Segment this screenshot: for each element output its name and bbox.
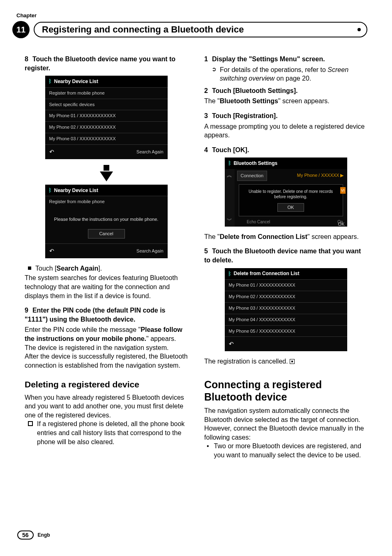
reference-arrow-icon: ➲ xyxy=(212,65,217,73)
paragraph: When you have already registered 5 Bluet… xyxy=(25,393,188,420)
step-text: Touch [OK]. xyxy=(212,146,249,153)
cancel-button[interactable]: Cancel xyxy=(88,229,125,239)
list-item[interactable]: My Phone 02 / XXXXXXXXXXXX xyxy=(225,291,347,302)
bluetooth-icon: ᛒ xyxy=(228,160,231,167)
step-text: Touch the Bluetooth device name you want… xyxy=(25,56,175,72)
connection-button[interactable]: Connection xyxy=(237,171,267,181)
bluetooth-icon: ᛒ xyxy=(228,270,231,278)
heading-deleting: Deleting a registered device xyxy=(25,379,188,390)
connected-device-label: My Phone / XXXXXX ▶ xyxy=(296,171,345,180)
step-text: Touch the Bluetooth device name that you… xyxy=(204,248,361,264)
step-number: 9 xyxy=(25,307,28,314)
list-item[interactable]: My Phone 01 / XXXXXXXXXXXX xyxy=(45,110,168,121)
paragraph: The "Bluetooth Settings" screen appears. xyxy=(204,97,367,106)
bullet-text: Touch [Search Again]. xyxy=(35,264,102,273)
step-5: 5Touch the Bluetooth device name that yo… xyxy=(204,247,367,264)
chapter-number-badge: 11 xyxy=(12,21,30,38)
step-4: 4Touch [OK]. xyxy=(204,146,367,155)
list-item[interactable]: My Phone 03 / XXXXXXXXXXXX xyxy=(225,302,347,314)
dialog-message: Please follow the instructions on your m… xyxy=(45,207,168,227)
step-text: Touch [Registration]. xyxy=(212,112,278,119)
step-2: 2Touch [Bluetooth Settings]. xyxy=(204,86,367,95)
vi-badge: VI xyxy=(340,187,346,194)
list-item[interactable]: My Phone 04 / XXXXXXXXXXXX xyxy=(225,314,347,325)
chapter-header: 11 Registering and connecting a Bluetoot… xyxy=(25,21,367,38)
step-text: Display the "Settings Menu" screen. xyxy=(212,56,325,63)
end-mark-icon xyxy=(290,359,295,364)
step-8: 8Touch the Bluetooth device name you wan… xyxy=(25,55,188,72)
chapter-title: Registering and connecting a Bluetooth d… xyxy=(34,22,367,37)
step-text: Touch [Bluetooth Settings]. xyxy=(212,87,298,94)
note-text: If a registered phone is deleted, all th… xyxy=(37,419,188,446)
list-item[interactable]: My Phone 02 / XXXXXXXXXXXX xyxy=(45,121,168,133)
paragraph: The "Delete from Connection List" screen… xyxy=(204,232,367,241)
list-item[interactable]: Register from mobile phone xyxy=(45,196,168,207)
screenshot-title: Nearby Device List xyxy=(54,78,98,85)
back-icon[interactable]: ↶ xyxy=(229,340,234,348)
bullet-item: • Two or more Bluetooth devices are regi… xyxy=(207,442,367,459)
dialog-message: Unable to register. Delete one of more r… xyxy=(243,189,339,200)
arrow-down-icon xyxy=(25,165,188,181)
step-number: 5 xyxy=(204,248,208,255)
screenshot-header: ᛒBluetooth Settings xyxy=(225,158,347,169)
paragraph: The device is registered in the navigati… xyxy=(25,343,188,352)
paragraph: After the device is successfully registe… xyxy=(25,352,188,370)
paragraph: A message prompting you to delete a regi… xyxy=(204,122,367,140)
step-number: 8 xyxy=(25,56,28,63)
screenshot-bluetooth-settings: ᛒBluetooth Settings ︽ ︾ Connection My Ph… xyxy=(225,158,347,227)
paragraph: Enter the PIN code while the message "Pl… xyxy=(25,325,188,343)
screenshot-delete-list: ᛒDelete from Connection List My Phone 01… xyxy=(225,268,347,352)
language-code: Engb xyxy=(38,532,50,538)
back-icon[interactable]: ↶ xyxy=(49,247,54,255)
paragraph: The system searches for devices featurin… xyxy=(25,273,188,300)
search-again-button[interactable]: Search Again xyxy=(136,248,163,254)
list-item[interactable]: Register from mobile phone xyxy=(45,87,168,99)
back-icon[interactable]: ↶ xyxy=(49,148,54,156)
page-number: 56 xyxy=(17,531,34,540)
bullet-dot-icon: • xyxy=(207,442,209,451)
reference-text: For details of the operations, refer to … xyxy=(220,65,367,83)
screenshot-title: Bluetooth Settings xyxy=(234,160,278,167)
error-dialog: Unable to register. Delete one of more r… xyxy=(239,184,343,216)
step-number: 3 xyxy=(204,112,208,119)
chapter-label: Chapter xyxy=(16,12,367,19)
footer-ok-button[interactable]: OK xyxy=(338,221,345,227)
screenshot-header: ᛒNearby Device List xyxy=(45,76,168,87)
paragraph: The registration is cancelled. xyxy=(204,357,367,366)
list-item[interactable]: My Phone 03 / XXXXXXXXXXXX xyxy=(45,133,168,144)
reference-note: ➲ For details of the operations, refer t… xyxy=(212,65,367,83)
search-again-button[interactable]: Search Again xyxy=(136,149,163,155)
step-number: 4 xyxy=(204,146,208,153)
right-column: 1Display the "Settings Menu" screen. ➲ F… xyxy=(204,55,367,459)
square-bullet-icon xyxy=(28,266,31,270)
bluetooth-icon: ᛒ xyxy=(48,78,52,85)
note-box-icon xyxy=(28,421,33,426)
step-number: 1 xyxy=(204,56,208,63)
paragraph: The navigation system automatically conn… xyxy=(204,406,367,442)
screenshot-title: Delete from Connection List xyxy=(234,270,300,277)
screenshot-header: ᛒNearby Device List xyxy=(45,185,168,196)
screenshot-nearby-dialog: ᛒNearby Device List Register from mobile… xyxy=(45,185,168,258)
note-item: If a registered phone is deleted, all th… xyxy=(28,419,188,446)
page-footer: 56 Engb xyxy=(17,531,50,540)
scroll-up-icon[interactable]: ︽ xyxy=(227,171,232,179)
bluetooth-icon: ᛒ xyxy=(48,187,52,194)
list-item[interactable]: My Phone 05 / XXXXXXXXXXXX xyxy=(225,325,347,337)
step-number: 2 xyxy=(204,87,208,94)
screenshot-nearby-list: ᛒNearby Device List Register from mobile… xyxy=(45,76,168,159)
bullet-text: Two or more Bluetooth devices are regist… xyxy=(214,442,367,459)
scroll-sidebar: ︽ ︾ xyxy=(225,169,235,227)
step-1: 1Display the "Settings Menu" screen. xyxy=(204,55,367,64)
step-3: 3Touch [Registration]. xyxy=(204,111,367,120)
step-text: Enter the PIN code (the default PIN code… xyxy=(25,307,166,323)
scroll-down-icon[interactable]: ︾ xyxy=(227,217,232,224)
heading-connecting: Connecting a registered Bluetooth device xyxy=(204,378,367,403)
echo-cancel-label: Echo Cancel xyxy=(247,219,270,225)
left-column: 8Touch the Bluetooth device name you wan… xyxy=(25,55,188,459)
ok-button[interactable]: OK xyxy=(277,203,304,212)
list-item[interactable]: Select specific devices xyxy=(45,99,168,110)
step-9: 9Enter the PIN code (the default PIN cod… xyxy=(25,306,188,324)
list-item[interactable]: My Phone 01 / XXXXXXXXXXXX xyxy=(225,279,347,291)
screenshot-title: Nearby Device List xyxy=(54,187,98,194)
screenshot-header: ᛒDelete from Connection List xyxy=(225,268,347,280)
